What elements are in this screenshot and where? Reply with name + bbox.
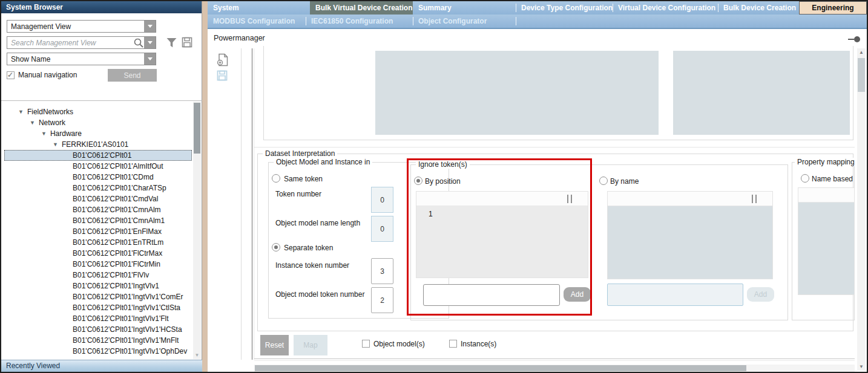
tree-item[interactable]: B01'C0612'CPlt01'EnFlMax: [4, 226, 192, 237]
chevron-down-icon[interactable]: [144, 37, 156, 48]
manual-navigation-label: Manual navigation: [18, 71, 77, 79]
vertical-scrollbar[interactable]: ▲ ▼: [857, 48, 866, 371]
pin-icon[interactable]: [848, 36, 860, 42]
tree-item[interactable]: B01'C0612'CPlt01'IngtVlv1: [4, 281, 192, 291]
chevron-down-icon[interactable]: ▼: [41, 131, 47, 137]
group-title: Dataset Interpretation: [263, 149, 337, 158]
name-based-radio[interactable]: [801, 174, 809, 183]
tree-item[interactable]: B01'C0612'CPlt01'CmdVal: [4, 193, 192, 204]
token-number-input[interactable]: 0: [371, 187, 393, 213]
filter-icon[interactable]: [166, 37, 177, 48]
scrollbar-thumb[interactable]: [255, 365, 746, 371]
tree-item[interactable]: B01'C0612'CPlt01'IngtVlv1'ComEr: [4, 291, 192, 302]
divider: [254, 147, 855, 148]
tree-item[interactable]: B01'C0612'CPlt01'CDmd: [4, 172, 192, 183]
tab-iec61850-configuration[interactable]: IEC61850 Configuration: [306, 15, 413, 28]
view-selector-value: Management View: [7, 22, 144, 31]
panel-splitter[interactable]: [202, 1, 208, 372]
tab-bulk-device-creation[interactable]: Bulk Device Creation: [718, 1, 799, 15]
chevron-down-icon[interactable]: [144, 21, 156, 32]
instance-token-number-input[interactable]: 3: [371, 258, 393, 284]
save-icon-disabled[interactable]: [217, 70, 228, 81]
tab-bulk-virtual-device-creation[interactable]: Bulk Virtual Device Creation: [310, 1, 413, 15]
horizontal-scrollbar[interactable]: [254, 365, 855, 372]
tree-item[interactable]: B01'C0612'CPlt01'FlVlv: [4, 270, 192, 281]
tab-summary[interactable]: Summary: [413, 1, 516, 15]
tab-system[interactable]: System: [208, 1, 310, 15]
display-mode-dropdown[interactable]: Show Name: [7, 53, 156, 65]
tab-engineering[interactable]: Engineering: [799, 1, 867, 15]
tree-item[interactable]: B01'C0612'CPlt01'FlCtrMax: [4, 248, 192, 259]
view-selector-dropdown[interactable]: Management View: [7, 20, 156, 33]
reset-button[interactable]: Reset: [260, 335, 289, 355]
tree-item[interactable]: ▼Network: [4, 117, 192, 128]
tab-virtual-device-configuration[interactable]: Virtual Device Configuration: [613, 1, 718, 15]
tree-item[interactable]: B01'C0612'CPlt01'IngtVlv1'MnFlt: [4, 335, 192, 346]
tree-item[interactable]: B01'C0612'CPlt01'IngtVlv1'CtlSta: [4, 302, 192, 313]
list-body[interactable]: 1: [416, 206, 588, 277]
send-button[interactable]: Send: [108, 69, 157, 82]
tab-device-type-configuration[interactable]: Device Type Configuration: [516, 1, 613, 15]
tree-scrollbar[interactable]: ▼: [193, 102, 201, 359]
column-grip-icon[interactable]: [567, 195, 572, 203]
by-position-add-button[interactable]: Add: [564, 287, 591, 302]
list-body: [608, 206, 772, 279]
tab-modbus-configuration[interactable]: MODBUS Configuration: [208, 15, 306, 28]
tree-item-selected[interactable]: B01'C0612'CPlt01: [4, 150, 192, 161]
tree-item[interactable]: B01'C0612'CPlt01'CharATSp: [4, 183, 192, 193]
scrollbar-thumb[interactable]: [194, 103, 200, 154]
tree-item[interactable]: ▼FERRKIE01'AS0101: [4, 139, 192, 150]
chevron-down-icon[interactable]: ▼: [18, 109, 24, 115]
list-header: [608, 192, 772, 206]
tab-separator: [516, 17, 516, 25]
chevron-down-icon[interactable]: [144, 53, 156, 65]
scroll-up-icon[interactable]: ▲: [857, 50, 866, 55]
tree-item[interactable]: B01'C0612'CPlt01'IngtVlv1'OphDev: [4, 346, 192, 357]
same-token-radio[interactable]: [272, 174, 280, 183]
separate-token-radio[interactable]: [272, 243, 280, 251]
by-position-token-input[interactable]: [423, 284, 560, 306]
list-item[interactable]: 1: [416, 206, 588, 218]
scrollbar-thumb[interactable]: [858, 58, 865, 92]
tree-item[interactable]: ▼Hardware: [4, 128, 192, 139]
new-document-icon[interactable]: [217, 53, 229, 66]
tree-item[interactable]: B01'C0612'CPlt01'AlmItfOut: [4, 161, 192, 172]
search-icon[interactable]: [133, 37, 144, 48]
tab-object-configurator[interactable]: Object Configurator: [413, 15, 516, 28]
scroll-down-icon[interactable]: ▼: [857, 364, 866, 369]
object-model-name-length-label: Object model name length: [275, 219, 360, 227]
divider: [254, 360, 855, 361]
save-icon[interactable]: [182, 37, 192, 48]
tree-item[interactable]: B01'C0612'CPlt01'CmnAlm: [4, 204, 192, 215]
tree-item[interactable]: B01'C0612'CPlt01'FlCtrMin: [4, 259, 192, 270]
display-mode-value: Show Name: [7, 55, 144, 63]
column-grip-icon: [752, 195, 757, 203]
divider: [254, 358, 855, 359]
chevron-down-icon[interactable]: ▼: [30, 120, 35, 126]
search-input[interactable]: [7, 39, 133, 47]
object-model-token-number-input[interactable]: 2: [371, 287, 393, 313]
scroll-down-icon[interactable]: ▼: [193, 352, 201, 358]
divider: [1, 100, 202, 101]
recently-viewed-bar[interactable]: Recently Viewed: [1, 360, 202, 372]
manual-navigation-checkbox[interactable]: [7, 71, 15, 79]
system-tree: ▼FieldNetworks ▼Network ▼Hardware ▼FERRK…: [1, 102, 192, 359]
instances-checkbox[interactable]: [449, 340, 457, 348]
tree-item[interactable]: ▼FieldNetworks: [4, 106, 192, 117]
object-model-name-length-input[interactable]: 0: [371, 216, 393, 242]
tree-item[interactable]: B01'C0612'CPlt01'EnTRtLm: [4, 237, 192, 248]
tree-item[interactable]: B01'C0612'CPlt01'IngtVlv1'Flt: [4, 313, 192, 324]
tab-separator: [516, 4, 516, 12]
by-name-radio[interactable]: [599, 177, 608, 185]
chevron-down-icon[interactable]: ▼: [53, 141, 58, 148]
by-name-label: By name: [610, 177, 639, 186]
list-header: [798, 188, 854, 203]
by-position-list[interactable]: 1: [416, 191, 588, 278]
object-models-checkbox[interactable]: [362, 340, 370, 348]
tree-item[interactable]: B01'C0612'CPlt01'CmnAlm1: [4, 215, 192, 226]
tree-item[interactable]: B01'C0612'CPlt01'IngtVlv1'HCSta: [4, 324, 192, 335]
by-position-radio[interactable]: [414, 177, 422, 185]
list-body: [798, 203, 854, 294]
splitter-line[interactable]: [252, 48, 252, 360]
tab-separator: [413, 17, 413, 25]
